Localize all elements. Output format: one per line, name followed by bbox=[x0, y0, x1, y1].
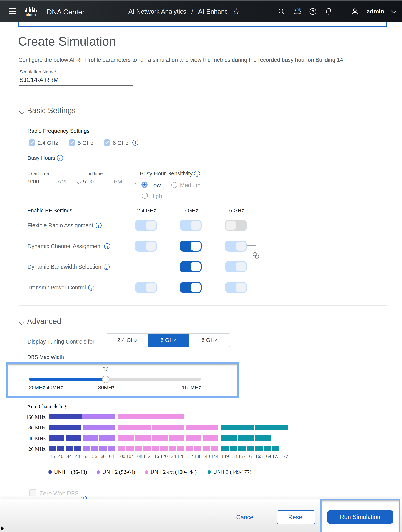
sensitivity-radio-low[interactable] bbox=[141, 182, 147, 188]
cancel-button[interactable]: Cancel bbox=[236, 514, 255, 521]
channel-block-unii2ext-132 bbox=[186, 436, 201, 441]
channel-block-unii3-169 bbox=[264, 446, 271, 451]
enable-rf-settings-label: Enable RF Settings bbox=[27, 208, 72, 214]
legend-item-unii-3-149-177: UNII 3 (149-177) bbox=[208, 469, 251, 475]
toggle-flexible-radio-assignment-6-ghz[interactable] bbox=[225, 220, 247, 231]
checkbox-6-ghz[interactable] bbox=[104, 139, 110, 146]
toggle-transmit-power-control-5-ghz[interactable] bbox=[180, 282, 202, 293]
toggle-dynamic-channel-assignment-2-4-ghz[interactable] bbox=[135, 241, 157, 252]
search-icon[interactable] bbox=[277, 7, 285, 16]
toggle-dynamic-bandwidth-selection-5-ghz[interactable] bbox=[180, 261, 202, 272]
zero-wait-dfs-checkbox[interactable] bbox=[29, 489, 36, 496]
tab-5-ghz[interactable]: 5 GHz bbox=[148, 334, 189, 347]
slider-tick-20mhz: 20MHz bbox=[29, 385, 45, 391]
channel-axis-label: 165 bbox=[255, 454, 263, 459]
channel-block-unii2-52 bbox=[83, 446, 90, 451]
dynamic-bandwidth-selection-info-icon[interactable] bbox=[104, 264, 110, 270]
notifications-bell-icon[interactable] bbox=[325, 7, 333, 16]
toggle-transmit-power-control-6-ghz[interactable] bbox=[225, 282, 247, 293]
channel-block-unii3-161 bbox=[247, 446, 254, 451]
channel-axis-label: 112 bbox=[143, 454, 151, 459]
legend-item-unii-2-ext-100-144: UNII 2 ext (100-144) bbox=[145, 469, 197, 475]
dynamic-channel-assignment-info-icon[interactable] bbox=[104, 243, 110, 249]
end-time-input[interactable]: 5:00 bbox=[82, 178, 112, 188]
rf-row-label: Transmit Power Control bbox=[27, 285, 94, 291]
channel-axis-label: 132 bbox=[186, 454, 193, 459]
auto-channels-chart: Auto Channels logic 160 MHz80 MHz40 MHz2… bbox=[0, 402, 402, 463]
slider-thumb[interactable] bbox=[102, 376, 109, 383]
channel-axis-label: 56 bbox=[92, 454, 97, 459]
start-time-input[interactable]: 9:00 bbox=[27, 178, 55, 188]
channel-axis-label: 64 bbox=[109, 454, 114, 459]
channel-axis-label: 161 bbox=[247, 454, 254, 459]
toggle-dynamic-channel-assignment-6-ghz[interactable] bbox=[225, 241, 247, 252]
user-avatar-icon[interactable] bbox=[351, 7, 359, 16]
breadcrumb-page[interactable]: AI-Enhanc bbox=[198, 8, 228, 15]
busy-hours-info-icon[interactable] bbox=[57, 155, 63, 161]
toggle-flexible-radio-assignment-5-ghz[interactable] bbox=[180, 220, 202, 231]
channel-block-unii2-52 bbox=[83, 425, 115, 430]
channel-axis-label: 120 bbox=[160, 454, 168, 459]
channel-block-unii2-56 bbox=[91, 446, 98, 451]
basic-settings-collapse-icon[interactable] bbox=[19, 109, 25, 114]
radio-frequency-settings-label: Radio Frequency Settings bbox=[27, 128, 89, 134]
channel-block-unii3-173 bbox=[272, 446, 280, 451]
toggle-knob bbox=[191, 283, 201, 292]
user-menu-chevron-icon[interactable] bbox=[391, 8, 396, 13]
channel-block-unii1-36 bbox=[49, 414, 82, 419]
mouse-cursor bbox=[0, 526, 6, 532]
user-name[interactable]: admin bbox=[367, 8, 384, 15]
create-simulation-page: cisco DNA Center AI Network Analytics / … bbox=[0, 0, 402, 532]
toggle-knob bbox=[191, 262, 201, 271]
rf-column-5-ghz: 5 GHz bbox=[184, 208, 198, 214]
advanced-collapse-icon[interactable] bbox=[19, 320, 25, 325]
flexible-radio-assignment-info-icon[interactable] bbox=[96, 222, 102, 228]
channel-axis-label: 157 bbox=[238, 454, 246, 459]
transmit-power-control-info-icon[interactable] bbox=[88, 285, 94, 291]
basic-settings-heading[interactable]: Basic Settings bbox=[27, 106, 76, 115]
end-time-label: End time bbox=[84, 171, 103, 176]
6-ghz-info-icon[interactable] bbox=[132, 140, 138, 146]
cisco-logo: cisco bbox=[23, 6, 38, 17]
channel-axis-label: 140 bbox=[203, 454, 210, 459]
checkbox-6-ghz-label: 6 GHz bbox=[113, 140, 128, 146]
sensitivity-low-label: Low bbox=[150, 182, 161, 189]
channel-block-unii2-64 bbox=[108, 446, 115, 451]
toggle-dynamic-channel-assignment-5-ghz[interactable] bbox=[180, 241, 202, 252]
channel-block-unii2ext-100 bbox=[118, 436, 134, 441]
channel-block-unii2ext-140 bbox=[203, 446, 210, 451]
tab-2-4-ghz[interactable]: 2.4 GHz bbox=[107, 334, 148, 347]
chart-row-label: 80 MHz bbox=[12, 425, 45, 431]
channel-block-unii3-153 bbox=[230, 446, 237, 451]
cloud-status-icon[interactable] bbox=[293, 7, 301, 16]
toggle-dynamic-bandwidth-selection-6-ghz[interactable] bbox=[225, 261, 247, 272]
menu-icon[interactable] bbox=[9, 8, 16, 15]
advanced-heading[interactable]: Advanced bbox=[27, 317, 61, 326]
channel-block-unii2-60 bbox=[99, 446, 107, 451]
channel-block-unii1-36 bbox=[49, 436, 64, 441]
channel-block-unii2ext-104 bbox=[126, 446, 134, 451]
toggle-transmit-power-control-2-4-ghz[interactable] bbox=[135, 282, 157, 293]
reset-button[interactable]: Reset bbox=[277, 510, 315, 524]
rf-table-row-flexible-radio-assignment: Flexible Radio Assignment bbox=[27, 220, 287, 231]
slider-tick-40mhz: 40MHz bbox=[46, 385, 63, 391]
chart-row-label: 20 MHz bbox=[12, 446, 45, 452]
toggle-flexible-radio-assignment-2-4-ghz[interactable] bbox=[135, 220, 157, 231]
channel-block-unii2ext-108 bbox=[135, 436, 151, 441]
checkbox-5-ghz[interactable] bbox=[69, 139, 75, 146]
channel-block-unii3-165 bbox=[255, 436, 271, 441]
sensitivity-info-icon[interactable] bbox=[194, 171, 200, 177]
sensitivity-radio-high[interactable] bbox=[142, 193, 148, 199]
legend-dot bbox=[48, 470, 52, 474]
required-mark: * bbox=[55, 69, 57, 74]
legend-item-unii-1-36-48: UNII 1 (36-48) bbox=[48, 469, 87, 475]
sensitivity-radio-medium[interactable] bbox=[171, 182, 177, 188]
checkbox-2-4-ghz[interactable] bbox=[29, 139, 35, 146]
tab-6-ghz[interactable]: 6 GHz bbox=[189, 334, 230, 347]
breadcrumb-app[interactable]: AI Network Analytics bbox=[128, 8, 186, 15]
simulation-name-input[interactable] bbox=[19, 76, 133, 86]
favorite-star-icon[interactable]: ☆ bbox=[233, 8, 240, 15]
run-simulation-button[interactable]: Run Simulation bbox=[327, 510, 393, 524]
help-icon[interactable]: ? bbox=[309, 7, 317, 16]
channel-block-unii2ext-100 bbox=[118, 446, 125, 451]
